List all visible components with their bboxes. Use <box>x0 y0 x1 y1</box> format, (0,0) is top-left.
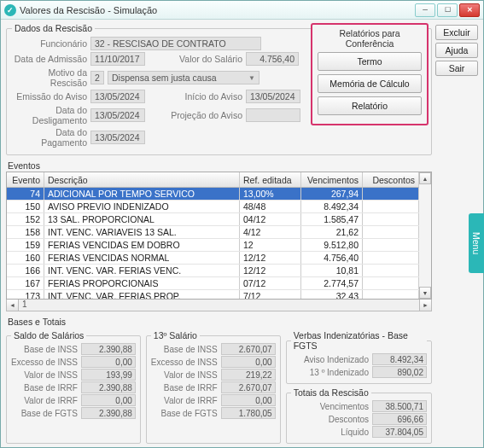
cell-ref: 12/12 <box>240 252 301 264</box>
cell-ref: 12 <box>240 239 301 251</box>
scroll-up-icon[interactable]: ▲ <box>419 172 431 184</box>
cell-evento: 166 <box>7 265 44 276</box>
value-field: 696,66 <box>372 413 427 425</box>
field-emissao-aviso[interactable]: 13/05/2024 <box>90 90 145 103</box>
value-field: 2.390,88 <box>81 343 136 355</box>
col-evento[interactable]: Evento <box>7 172 44 187</box>
table-row[interactable]: 166INT. VENC. VAR. FERIAS VENC.12/1210,8… <box>7 265 419 277</box>
excluir-button[interactable]: Excluir <box>435 25 478 40</box>
app-icon: ✓ <box>4 4 16 16</box>
eventos-grid[interactable]: Evento Descrição Ref. editada Vencimento… <box>6 172 432 300</box>
table-row[interactable]: 158INT. VENC. VARIAVEIS 13 SAL.4/1221,62 <box>7 226 419 239</box>
value-label: Aviso Indenizado <box>291 355 369 364</box>
field-inicio-aviso[interactable]: 13/05/2024 <box>246 90 300 103</box>
cell-evento: 173 <box>7 290 44 299</box>
col-descontos[interactable]: Descontos <box>363 172 419 187</box>
ajuda-button[interactable]: Ajuda <box>435 43 478 58</box>
cell-desc <box>363 265 419 276</box>
bases-title: Bases e Totais <box>8 317 432 327</box>
grid-body[interactable]: 74ADICIONAL POR TEMPO SERVICO13,00%267,9… <box>7 188 419 299</box>
cell-venc: 4.756,40 <box>301 252 363 264</box>
cell-desc <box>363 188 419 200</box>
value-label: Base de IRRF <box>11 383 78 393</box>
field-motivo-cod[interactable]: 2 <box>90 71 104 84</box>
field-data-desligamento[interactable]: 13/05/2024 <box>90 108 145 122</box>
window-title: Valores da Rescisão - Simulação <box>20 5 415 15</box>
field-valor-salario[interactable]: 4.756,40 <box>246 52 299 66</box>
field-data-admissao[interactable]: 11/10/2017 <box>90 52 145 66</box>
value-label: Excesso de INSS <box>151 358 218 367</box>
value-label: 13 º Indenizado <box>291 368 369 377</box>
field-funcionario[interactable]: 32 - RESCISAO DE CONTRATO <box>90 37 261 50</box>
horizontal-scrollbar[interactable]: ◄ 1 ► <box>6 300 432 311</box>
value-label: Valor de INSS <box>11 370 78 380</box>
value-label: Base de INSS <box>151 345 218 354</box>
value-label: Líquido <box>291 428 369 437</box>
value-label: Descontos <box>291 415 369 424</box>
table-row[interactable]: 173INT. VENC. VAR. FERIAS PROP.7/1232,43 <box>7 290 419 299</box>
memoria-calculo-button[interactable]: Memória de Cálculo <box>318 74 422 93</box>
table-row[interactable]: 150AVISO PREVIO INDENIZADO48/488.492,34 <box>7 201 419 213</box>
maximize-button[interactable]: ☐ <box>437 3 458 17</box>
col-ref[interactable]: Ref. editada <box>240 172 301 187</box>
scroll-track[interactable] <box>419 184 431 287</box>
value-label: Valor de IRRF <box>11 396 78 405</box>
menu-tab[interactable]: Menu <box>469 213 484 273</box>
field-projecao-aviso[interactable] <box>246 108 300 122</box>
value-field: 37.804,05 <box>372 426 427 438</box>
cell-descricao: FERIAS VENCIDAS NORMAL <box>44 252 240 264</box>
cell-evento: 150 <box>7 201 44 212</box>
titlebar[interactable]: ✓ Valores da Rescisão - Simulação ─ ☐ ✕ <box>1 1 483 20</box>
saldo-legend: Saldo de Salários <box>11 330 86 340</box>
close-button[interactable]: ✕ <box>459 3 480 17</box>
cell-venc: 267,94 <box>301 188 363 200</box>
verbas-indenizatorias-group: Verbas Indenizatórias - Base FGTS Aviso … <box>286 330 432 384</box>
minimize-button[interactable]: ─ <box>415 3 435 17</box>
value-row: Base de INSS2.390,88 <box>11 343 136 355</box>
table-row[interactable]: 159FERIAS VENCIDAS EM DOBRO129.512,80 <box>7 239 419 252</box>
label-motivo: Motivo da Rescisão <box>12 67 87 88</box>
label-data-pagamento: Data do Pagamento <box>12 127 87 148</box>
value-row: Base de IRRF2.390,88 <box>11 381 136 393</box>
cell-descricao: ADICIONAL POR TEMPO SERVICO <box>44 188 240 200</box>
scroll-left-icon[interactable]: ◄ <box>7 300 19 311</box>
label-inicio-aviso: Início do Aviso <box>166 91 242 102</box>
value-field: 2.670,07 <box>221 343 276 355</box>
hscroll-label: 1 <box>22 300 27 309</box>
eventos-title: Eventos <box>8 160 432 171</box>
col-vencimentos[interactable]: Vencimentos <box>301 172 363 187</box>
table-row[interactable]: 74ADICIONAL POR TEMPO SERVICO13,00%267,9… <box>7 188 419 201</box>
label-data-desligamento: Data do Desligamento <box>12 105 87 125</box>
value-field: 1.780,05 <box>221 407 276 419</box>
reports-title: Relatórios para Conferência <box>318 28 422 49</box>
cell-evento: 152 <box>7 213 44 225</box>
value-row: Base de IRRF2.670,07 <box>151 381 276 393</box>
value-row: Valor de IRRF0,00 <box>151 394 276 406</box>
grid-header: Evento Descrição Ref. editada Vencimento… <box>7 172 419 188</box>
value-field: 219,22 <box>221 369 276 381</box>
col-descricao[interactable]: Descrição <box>44 172 240 187</box>
cell-venc: 21,62 <box>301 226 363 238</box>
value-row: Descontos696,66 <box>291 413 427 425</box>
scroll-right-icon[interactable]: ► <box>419 300 431 311</box>
table-row[interactable]: 15213 SAL. PROPORCIONAL04/121.585,47 <box>7 213 419 226</box>
label-data-admissao: Data de Admissão <box>12 54 87 64</box>
field-data-pagamento[interactable]: 13/05/2024 <box>90 131 145 144</box>
cell-descricao: INT. VENC. VAR. FERIAS VENC. <box>44 265 240 276</box>
termo-button[interactable]: Termo <box>318 52 422 71</box>
scroll-down-icon[interactable]: ▼ <box>419 287 431 299</box>
cell-desc <box>363 226 419 238</box>
verbas-legend: Verbas Indenizatórias - Base FGTS <box>291 330 427 351</box>
value-field: 8.492,34 <box>372 353 427 365</box>
value-label: Base de FGTS <box>11 409 78 418</box>
table-row[interactable]: 167FERIAS PROPORCIONAIS07/122.774,57 <box>7 277 419 290</box>
field-motivo-desc[interactable]: Dispensa sem justa causa ▼ <box>108 71 259 84</box>
relatorio-button[interactable]: Relatório <box>318 96 422 115</box>
value-label: Vencimentos <box>291 402 369 411</box>
cell-descricao: INT. VENC. VARIAVEIS 13 SAL. <box>44 226 240 238</box>
value-field: 890,02 <box>372 366 427 378</box>
table-row[interactable]: 160FERIAS VENCIDAS NORMAL12/124.756,40 <box>7 252 419 265</box>
cell-evento: 159 <box>7 239 44 251</box>
sair-button[interactable]: Sair <box>435 61 478 76</box>
vertical-scrollbar[interactable]: ▲ ▼ <box>419 172 431 299</box>
